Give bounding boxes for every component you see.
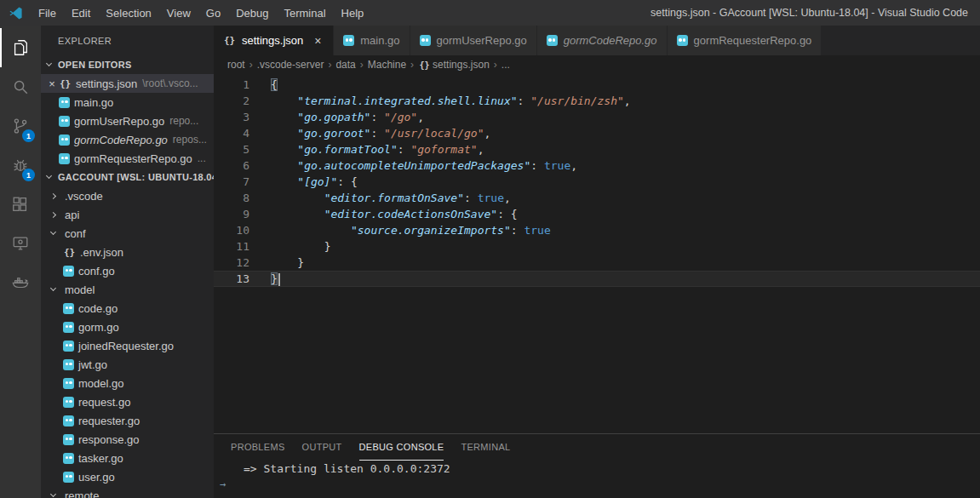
code-line[interactable]: 11 } (214, 238, 980, 255)
chevron-down-icon (50, 285, 56, 291)
badge-count: 1 (22, 129, 35, 142)
open-editors-header[interactable]: OPEN EDITORS (41, 55, 214, 74)
tree-root-header[interactable]: GACCOUNT [WSL: UBUNTU-18.04] (41, 168, 214, 186)
line-number[interactable]: 12 (214, 255, 271, 271)
panel-tab-output[interactable]: OUTPUT (302, 434, 342, 461)
breadcrumb-label: settings.json (433, 59, 490, 71)
source-control-icon[interactable]: 1 (0, 106, 41, 146)
token: , (417, 111, 424, 123)
code-line[interactable]: 4 "go.goroot": "/usr/local/go", (214, 125, 980, 141)
tab-main.go[interactable]: main.go (334, 26, 410, 55)
breadcrumb-item[interactable]: data (335, 59, 355, 71)
line-number[interactable]: 3 (214, 109, 271, 125)
tab-gormUserRepo.go[interactable]: gormUserRepo.go (410, 26, 537, 55)
menu-debug[interactable]: Debug (228, 0, 276, 26)
tree-folder-model[interactable]: model (41, 280, 214, 299)
close-icon[interactable]: × (45, 77, 59, 90)
line-number[interactable]: 5 (214, 141, 271, 157)
code-line[interactable]: 8 "editor.formatOnSave": true, (214, 190, 980, 206)
code-line[interactable]: 12 } (214, 255, 980, 271)
tree-folder-conf[interactable]: conf (41, 224, 214, 243)
open-editor-item[interactable]: gormCodeRepo.gorepos... (41, 130, 214, 149)
token (271, 192, 324, 204)
activitybar: 11 (0, 26, 41, 498)
breadcrumb-label: ... (501, 59, 510, 71)
code-line[interactable]: 5 "go.formatTool": "goformat", (214, 141, 980, 157)
token: "go.goroot" (297, 127, 370, 140)
panel-tab-debug-console[interactable]: DEBUG CONSOLE (359, 434, 444, 461)
open-editor-item[interactable]: main.go (41, 93, 214, 112)
line-number[interactable]: 4 (214, 125, 271, 141)
line-number[interactable]: 7 (214, 174, 271, 190)
tree-file-user.go[interactable]: user.go (41, 467, 214, 486)
breadcrumb-item[interactable]: root (227, 59, 245, 71)
open-editor-item[interactable]: gormRequesterRepo.go... (41, 149, 214, 168)
tree-folder-remote[interactable]: remote (41, 486, 214, 498)
code-line[interactable]: 1{ (214, 77, 980, 93)
token: true (544, 159, 570, 172)
breadcrumb-item[interactable]: ... (501, 59, 510, 71)
debug-icon[interactable]: 1 (0, 146, 41, 185)
json-file-icon: {} (63, 247, 76, 258)
code-line[interactable]: 13} (214, 271, 980, 287)
menu-view[interactable]: View (159, 0, 198, 26)
explorer-icon[interactable] (0, 28, 41, 67)
code-line[interactable]: 6 "go.autocompleteUnimportedPackages": t… (214, 157, 980, 174)
docker-icon[interactable] (0, 263, 41, 302)
line-number[interactable]: 10 (214, 222, 271, 238)
menu-file[interactable]: File (31, 0, 64, 26)
menu-terminal[interactable]: Terminal (276, 0, 333, 26)
tree-file-requester.go[interactable]: requester.go (41, 411, 214, 430)
tree-folder-.vscode[interactable]: .vscode (41, 186, 214, 205)
go-file-icon (63, 453, 74, 464)
breadcrumb-item[interactable]: .vscode-server (257, 59, 324, 71)
code-line[interactable]: 7 "[go]": { (214, 174, 980, 190)
tree-file-response.go[interactable]: response.go (41, 430, 214, 449)
search-icon[interactable] (0, 67, 41, 106)
tree-file-model.go[interactable]: model.go (41, 374, 214, 392)
tree-file-.env.json[interactable]: {}.env.json (41, 243, 214, 261)
tree-file-request.go[interactable]: request.go (41, 392, 214, 411)
console-input-prompt[interactable]: → (214, 477, 980, 493)
code-line[interactable]: 2 "terminal.integrated.shell.linux": "/u… (214, 93, 980, 109)
tree-file-code.go[interactable]: code.go (41, 299, 214, 318)
line-number[interactable]: 2 (214, 93, 271, 109)
menu-selection[interactable]: Selection (98, 0, 158, 26)
code-area[interactable]: 1{2 "terminal.integrated.shell.linux": "… (214, 74, 980, 433)
line-number[interactable]: 6 (214, 157, 271, 174)
extensions-icon[interactable] (0, 185, 41, 224)
line-number[interactable]: 13 (214, 271, 271, 287)
code-line[interactable]: 9 "editor.codeActionsOnSave": { (214, 206, 980, 222)
code-text: } (271, 255, 304, 271)
tab-settings.json[interactable]: {}settings.json× (214, 26, 334, 55)
tree-file-tasker.go[interactable]: tasker.go (41, 449, 214, 467)
panel-tab-terminal[interactable]: TERMINAL (461, 434, 510, 461)
tree-file-conf.go[interactable]: conf.go (41, 261, 214, 280)
menu-edit[interactable]: Edit (64, 0, 98, 26)
open-editor-item[interactable]: gormUserRepo.gorepo... (41, 112, 214, 130)
file-label: main.go (74, 96, 113, 109)
line-number[interactable]: 1 (214, 77, 271, 93)
code-line[interactable]: 3 "go.gopath": "/go", (214, 109, 980, 125)
menu-go[interactable]: Go (198, 0, 228, 26)
tree-file-gorm.go[interactable]: gorm.go (41, 318, 214, 336)
code-line[interactable]: 10 "source.organizeImports": true (214, 222, 980, 238)
file-label: gormRequesterRepo.go (74, 152, 192, 165)
line-number[interactable]: 11 (214, 238, 271, 255)
open-editor-item[interactable]: ×{}settings.json\root\.vsco... (41, 74, 214, 93)
tab-gormCodeRepo.go[interactable]: gormCodeRepo.go (537, 26, 668, 55)
panel-tab-problems[interactable]: PROBLEMS (231, 434, 285, 461)
tree-folder-api[interactable]: api (41, 205, 214, 224)
json-file-icon: {} (223, 35, 236, 46)
tree-file-joinedRequester.go[interactable]: joinedRequester.go (41, 336, 214, 355)
line-number[interactable]: 9 (214, 206, 271, 222)
breadcrumb-item[interactable]: {}settings.json (418, 59, 490, 71)
remote-explorer-icon[interactable] (0, 224, 41, 263)
breadcrumb-item[interactable]: Machine (368, 59, 406, 71)
menu-help[interactable]: Help (334, 0, 372, 26)
close-icon[interactable]: × (312, 34, 324, 48)
code-text: "go.gopath": "/go", (271, 109, 424, 125)
line-number[interactable]: 8 (214, 190, 271, 206)
tree-file-jwt.go[interactable]: jwt.go (41, 355, 214, 374)
tab-gormRequesterRepo.go[interactable]: gormRequesterRepo.go (668, 26, 822, 55)
